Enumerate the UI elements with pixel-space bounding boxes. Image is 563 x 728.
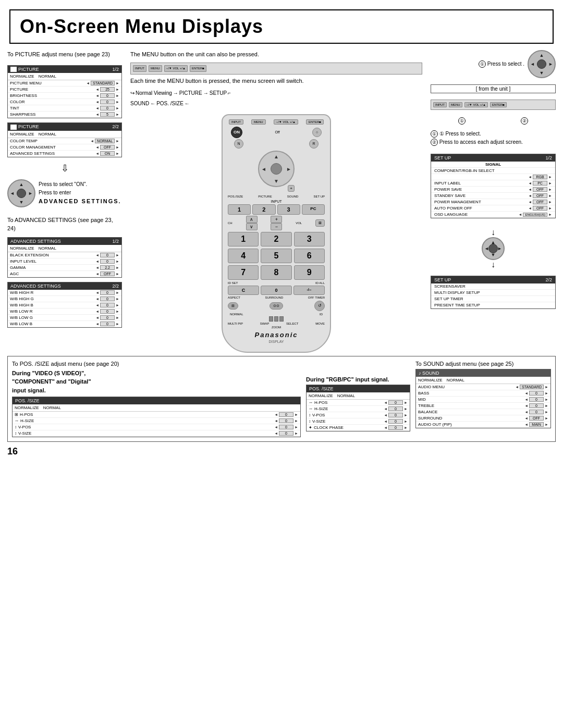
big-1[interactable]: 1	[228, 232, 259, 246]
flow-normal: Normal Viewing	[136, 89, 172, 97]
pos-size-note: To POS. /SIZE adjust menu (see page 20)	[12, 361, 301, 367]
pos-size-menu-1: POS. /SIZE NORMALIZE NORMAL ⊞H-POS ◄0► ↔…	[12, 397, 301, 437]
rgb-note: During "RGB/PC" input signal.	[306, 376, 410, 382]
advanced-settings-label: ADVANCED SETTINGS.	[39, 197, 121, 206]
vol-down[interactable]: −	[271, 223, 282, 230]
sound-normalize: NORMALIZE NORMAL	[416, 377, 550, 384]
remote-vol-btn[interactable]: −/▼ VOL +/▲	[274, 119, 298, 125]
picture-icon-sq	[10, 67, 17, 72]
menu-row: SHARPNESS ◄5►	[8, 112, 121, 118]
id-set-label: ID SET	[228, 281, 238, 285]
dpad-down-arrow: ▼	[19, 200, 24, 205]
big-8[interactable]: 8	[261, 265, 291, 280]
picture-label: PICTURE	[258, 195, 272, 198]
big-6[interactable]: 6	[294, 249, 325, 263]
pc-btn[interactable]: PC	[302, 204, 325, 215]
num-pc-row: 1 2 3 PC	[228, 204, 325, 215]
setup-1-header: SET UP 1/2	[431, 154, 555, 162]
bottom-mid: During "RGB/PC" input signal. POS. /SIZE…	[306, 361, 410, 438]
num-1-btn[interactable]: 1	[228, 204, 251, 215]
remote-dpad[interactable]: ▲ ▼ ◄ ►	[258, 151, 295, 187]
sound-note: To SOUND adjust menu (see page 25)	[415, 361, 551, 367]
remote-wrapper: INPUT MENU −/▼ VOL +/▲ ENTER■ ON Off ○ N…	[222, 114, 331, 353]
num-2-btn[interactable]: 2	[252, 204, 275, 215]
unit-vol-btn: −/▼ VOL +/▲	[164, 65, 188, 72]
ch-down[interactable]: ∨	[246, 223, 258, 230]
adv-menu-2-header: ADVANCED SETTINGS 2/2	[8, 282, 121, 290]
menu-row: AGC ◄OFF►	[8, 271, 121, 277]
dpad-right-arrow: ►	[28, 191, 33, 196]
menu-row: W/B LOW R ◄0►	[8, 309, 121, 315]
vol-label: VOL	[296, 221, 302, 225]
r-unit-enter: ENTER■	[490, 102, 507, 107]
menu-row: PICTURE ◄25►	[8, 87, 121, 93]
r-unit-menu: MENU	[449, 102, 462, 107]
aspect-btn[interactable]: ⊞	[228, 302, 238, 310]
n-button[interactable]: N	[234, 139, 243, 149]
bottom-area: To POS. /SIZE adjust menu (see page 20) …	[7, 356, 556, 442]
dash-button[interactable]: -/--	[293, 286, 325, 295]
down-arrow-2: ↓	[491, 228, 495, 237]
surround-btn[interactable]: ⊙⊙	[270, 302, 283, 310]
standby-save-row: STANDBY SAVE ◄OFF►	[431, 193, 555, 199]
page-title: On-Screen Menu Displays	[20, 16, 263, 37]
right-dpad: ▲ ▼ ◄ ►	[528, 50, 556, 78]
each-press-note: Each time the MENU button is pressed, th…	[130, 77, 422, 86]
off-timer-btn[interactable]: ↺	[314, 301, 325, 311]
remote-dpad-center[interactable]	[271, 163, 282, 175]
menu-row: W/B HIGH G ◄0►	[8, 296, 121, 302]
sound-label: SOUND	[287, 195, 299, 198]
audio-menu-row: AUDIO MENU ◄STANDARD►	[416, 384, 550, 390]
menu-row: BLACK EXTENSION ◄0►	[8, 252, 121, 258]
big-2[interactable]: 2	[261, 232, 291, 246]
big-9[interactable]: 9	[294, 265, 325, 280]
remote-menu-btn[interactable]: MENU	[251, 119, 266, 125]
flow-setup: SETUP	[210, 89, 227, 97]
num-3-btn[interactable]: 3	[277, 204, 300, 215]
from-unit-label: [ from the unit ]	[431, 84, 556, 93]
big-3[interactable]: 3	[294, 232, 325, 246]
vol-up[interactable]: +	[271, 216, 282, 223]
down-arrow: ⇩	[7, 163, 122, 174]
remote-enter-btn[interactable]: ENTER■	[306, 119, 324, 125]
on-button[interactable]: ON	[231, 127, 242, 138]
remote-right-arrow: ►	[286, 166, 291, 171]
menu-row: ↕V-SIZE ◄0►	[13, 430, 300, 437]
picture-menu-2: PICTURE 2/2 NORMALIZE NORMAL COLOR TEMP …	[7, 122, 122, 157]
component-val-row: ◄RGB►	[431, 174, 555, 180]
ch-up[interactable]: ∧	[246, 216, 258, 223]
right-dpad-2-wrapper: ↓ ▲ ▼ ◄ ► ↓	[431, 228, 556, 269]
flow-diagram: ↪ Normal Viewing → PICTURE → SETUP ⌐	[130, 89, 422, 97]
surround-label: SURROUND	[265, 296, 284, 299]
big-5[interactable]: 5	[261, 249, 291, 263]
off-button[interactable]: ○	[312, 128, 322, 137]
mute-button[interactable]: ⊠	[315, 219, 325, 227]
menu-row: ADVANCED SETTINGS ◄ON►	[8, 151, 121, 157]
unit-image-top: INPUT MENU −/▼ VOL +/▲ ENTER■	[130, 63, 422, 75]
select-label: SELECT	[286, 322, 298, 325]
osd-lang-row: OSD LANGUAGE ◄ENGLISH(US)►	[431, 212, 555, 218]
menu-row: W/B LOW G ◄0►	[8, 315, 121, 321]
menu-row: ↔H-SIZE ◄0►	[307, 406, 410, 412]
right-top-section: ① Press to select . ▲ ▼ ◄ ►	[431, 50, 556, 78]
adv1-normalize: NORMALIZE NORMAL	[8, 245, 121, 252]
right-dpad-left: ◄	[530, 61, 535, 67]
big-num-grid: 1 2 3 4 5 6 7 8 9	[228, 232, 325, 280]
plus-button[interactable]: +	[288, 185, 295, 192]
multi-display-row: MULTI DISPLAY SETUP	[431, 290, 555, 296]
remote-input-btn[interactable]: INPUT	[229, 119, 243, 125]
c-button[interactable]: C	[228, 286, 259, 295]
menu-row: PICTURE MENU ◄STANDARD►	[8, 80, 121, 87]
big-7[interactable]: 7	[228, 265, 259, 280]
r-button[interactable]: R	[309, 139, 319, 149]
r2-center	[488, 244, 498, 253]
unit-menu-btn: MENU	[149, 65, 162, 72]
pos2-normalize: NORMALIZE NORMAL	[307, 392, 410, 400]
main-area: To PICTURE adjust menu (see page 23) PIC…	[7, 50, 556, 353]
press-to-select-note: ① Press to select .	[479, 60, 524, 68]
zero-button[interactable]: 0	[261, 286, 292, 295]
menu-note: The MENU button on the unit can also be …	[130, 50, 422, 59]
big-4[interactable]: 4	[228, 249, 259, 263]
dpad-left: ▲ ▼ ◄ ►	[7, 179, 35, 207]
dpad-outer: ▲ ▼ ◄ ►	[7, 179, 35, 207]
